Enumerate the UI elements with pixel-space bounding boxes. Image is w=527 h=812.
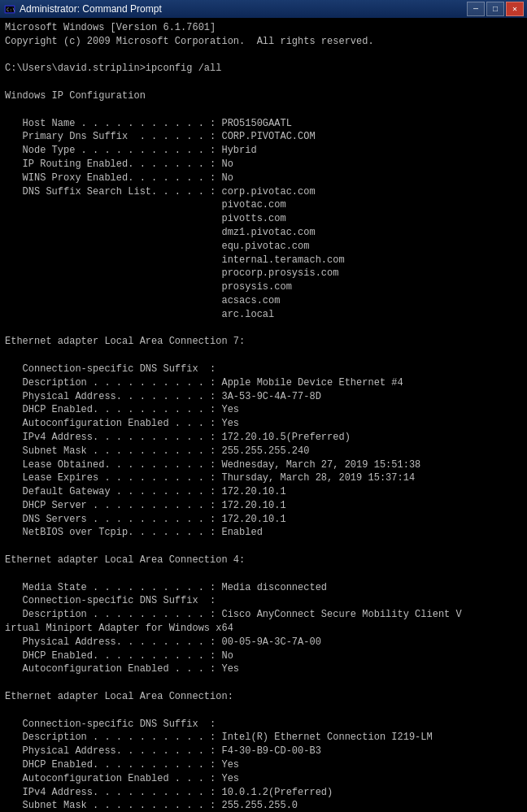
- console-line: [5, 704, 522, 718]
- console-line: [5, 322, 522, 336]
- svg-text:C:\: C:\: [7, 7, 15, 12]
- console-line: [5, 540, 522, 554]
- console-line: Physical Address. . . . . . . . : 3A-53-…: [5, 390, 522, 404]
- console-line: IPv4 Address. . . . . . . . . . : 172.20…: [5, 431, 522, 445]
- console-line: Autoconfiguration Enabled . . . : Yes: [5, 417, 522, 431]
- console-line: Ethernet adapter Local Area Connection 7…: [5, 335, 522, 349]
- console-line: equ.pivotac.com: [5, 240, 522, 254]
- console-line: Description . . . . . . . . . . : Cisco …: [5, 608, 522, 622]
- console-line: Subnet Mask . . . . . . . . . . : 255.25…: [5, 799, 522, 812]
- console-line: Microsoft Windows [Version 6.1.7601]: [5, 21, 522, 35]
- maximize-button[interactable]: □: [486, 2, 504, 16]
- console-line: DNS Servers . . . . . . . . . . : 172.20…: [5, 513, 522, 527]
- console-line: irtual Miniport Adapter for Windows x64: [5, 622, 522, 636]
- console-line: Primary Dns Suffix . . . . . . : CORP.PI…: [5, 130, 522, 144]
- console-line: arc.local: [5, 308, 522, 322]
- console-line: [5, 567, 522, 581]
- console-line: acsacs.com: [5, 294, 522, 308]
- console-line: Ethernet adapter Local Area Connection:: [5, 690, 522, 704]
- console-line: dmz1.pivotac.com: [5, 226, 522, 240]
- console-line: [5, 76, 522, 89]
- console-line: DNS Suffix Search List. . . . . : corp.p…: [5, 185, 522, 199]
- console-line: Lease Expires . . . . . . . . . : Thursd…: [5, 471, 522, 485]
- console-line: Autoconfiguration Enabled . . . : Yes: [5, 662, 522, 676]
- console-line: IPv4 Address. . . . . . . . . . : 10.0.1…: [5, 786, 522, 800]
- console-line: Subnet Mask . . . . . . . . . . : 255.25…: [5, 445, 522, 458]
- console-line: NetBIOS over Tcpip. . . . . . . : Enable…: [5, 526, 522, 540]
- command-prompt-window: C:\ Administrator: Command Prompt ─ □ ✕ …: [0, 0, 527, 812]
- console-line: Lease Obtained. . . . . . . . . : Wednes…: [5, 458, 522, 472]
- console-line: Media State . . . . . . . . . . : Media …: [5, 581, 522, 595]
- console-line: Windows IP Configuration: [5, 89, 522, 103]
- title-bar: C:\ Administrator: Command Prompt ─ □ ✕: [0, 0, 527, 18]
- console-line: Node Type . . . . . . . . . . . : Hybrid: [5, 144, 522, 158]
- window-icon: C:\: [3, 2, 16, 15]
- console-line: Connection-specific DNS Suffix :: [5, 594, 522, 608]
- console-line: Physical Address. . . . . . . . : 00-05-…: [5, 636, 522, 649]
- close-button[interactable]: ✕: [506, 2, 524, 16]
- console-line: [5, 676, 522, 690]
- console-line: Copyright (c) 2009 Microsoft Corporation…: [5, 35, 522, 49]
- console-line: internal.teramach.com: [5, 254, 522, 267]
- window-title: Administrator: Command Prompt: [20, 3, 467, 15]
- console-output[interactable]: Microsoft Windows [Version 6.1.7601]Copy…: [0, 18, 527, 812]
- console-line: Autoconfiguration Enabled . . . : Yes: [5, 772, 522, 786]
- console-line: [5, 349, 522, 363]
- console-line: pivotts.com: [5, 212, 522, 226]
- console-line: Physical Address. . . . . . . . : F4-30-…: [5, 745, 522, 758]
- console-line: [5, 103, 522, 117]
- console-line: DHCP Enabled. . . . . . . . . . : Yes: [5, 758, 522, 772]
- console-line: Host Name . . . . . . . . . . . : PRO515…: [5, 117, 522, 131]
- console-line: pivotac.com: [5, 198, 522, 212]
- console-line: DHCP Enabled. . . . . . . . . . : Yes: [5, 403, 522, 417]
- console-line: Ethernet adapter Local Area Connection 4…: [5, 554, 522, 567]
- console-line: DHCP Server . . . . . . . . . . : 172.20…: [5, 499, 522, 513]
- console-line: Default Gateway . . . . . . . . : 172.20…: [5, 485, 522, 499]
- console-line: [5, 49, 522, 63]
- console-line: procorp.prosysis.com: [5, 267, 522, 280]
- console-line: DHCP Enabled. . . . . . . . . . : No: [5, 649, 522, 663]
- console-line: Description . . . . . . . . . . : Intel(…: [5, 731, 522, 745]
- console-line: WINS Proxy Enabled. . . . . . . : No: [5, 172, 522, 185]
- minimize-button[interactable]: ─: [467, 2, 485, 16]
- console-line: Connection-specific DNS Suffix :: [5, 363, 522, 376]
- console-line: IP Routing Enabled. . . . . . . : No: [5, 158, 522, 172]
- console-line: Connection-specific DNS Suffix :: [5, 718, 522, 732]
- console-line: prosysis.com: [5, 280, 522, 294]
- console-line: Description . . . . . . . . . . : Apple …: [5, 376, 522, 390]
- console-line: C:\Users\david.striplin>ipconfig /all: [5, 62, 522, 76]
- window-controls: ─ □ ✕: [467, 2, 524, 16]
